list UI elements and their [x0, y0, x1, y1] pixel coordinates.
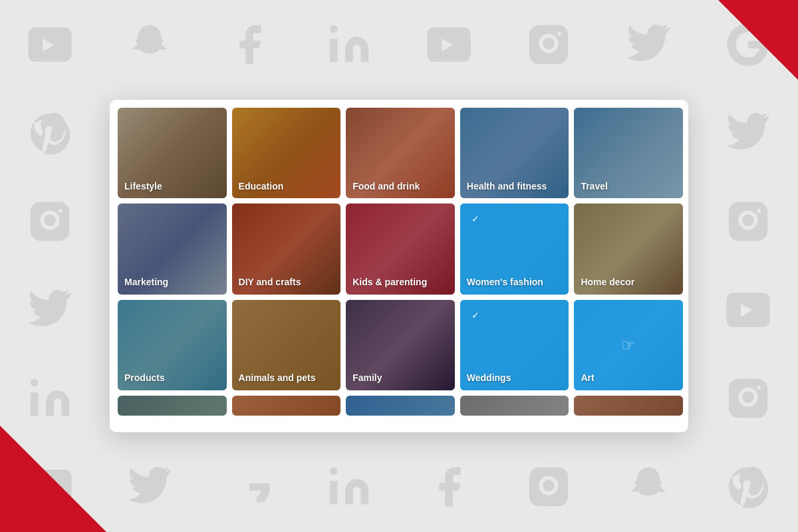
- tile-womens-checkmark: ✓: [467, 210, 484, 227]
- tile-marketing-label: Marketing: [124, 277, 168, 288]
- tile-kids-label: Kids & parenting: [352, 277, 427, 288]
- bg-instagram-icon-6: [519, 457, 579, 517]
- tile-marketing[interactable]: Marketing: [118, 203, 227, 294]
- bg-twitter-icon-1: [618, 15, 678, 74]
- tile-row4-1-overlay: [118, 396, 227, 416]
- svg-rect-14: [729, 378, 767, 417]
- tile-diy-label: DIY and crafts: [239, 277, 301, 288]
- cursor-icon: ☞: [621, 336, 636, 354]
- tile-art[interactable]: ☞ Art: [574, 300, 683, 390]
- tile-health[interactable]: Health and fitness: [460, 108, 569, 198]
- tile-row4-4-overlay: [460, 396, 569, 416]
- tile-weddings-checkmark: ✓: [467, 307, 484, 324]
- tile-travel-label: Travel: [581, 181, 607, 192]
- tile-travel[interactable]: Travel: [574, 108, 683, 198]
- svg-rect-17: [529, 467, 568, 505]
- bg-twitter-icon-3: [20, 280, 80, 340]
- tile-weddings[interactable]: ✓ Weddings: [460, 300, 569, 390]
- bg-snapchat-icon-1: [120, 15, 180, 74]
- bg-snapchat-icon-5: [618, 457, 678, 517]
- tile-womens[interactable]: ✓ Women's fashion: [460, 203, 569, 294]
- bg-instagram-icon-2: [20, 192, 80, 251]
- tile-weddings-label: Weddings: [467, 372, 511, 384]
- bg-facebook-icon-1: [219, 15, 279, 74]
- tile-homedecor-label: Home decor: [581, 277, 634, 288]
- tile-education-label: Education: [239, 181, 284, 192]
- bg-instagram-icon-3: [718, 192, 778, 251]
- tile-lifestyle[interactable]: Lifestyle: [118, 108, 227, 198]
- categories-scroll-area[interactable]: Lifestyle Education Food and drink Healt…: [110, 100, 688, 432]
- tile-row4-5-overlay: [574, 396, 683, 416]
- svg-point-2: [557, 32, 561, 36]
- tile-row4-1[interactable]: [118, 396, 227, 416]
- svg-point-13: [31, 378, 39, 386]
- tile-row4-2-overlay: [232, 396, 341, 416]
- tile-education[interactable]: Education: [232, 108, 341, 198]
- tile-homedecor[interactable]: Home decor: [574, 203, 683, 294]
- bg-pinterest-icon-5: [718, 457, 778, 517]
- bg-youtube-icon-7: [718, 280, 778, 340]
- bg-linkedin-icon-6: [20, 368, 80, 428]
- tile-animals-label: Animals and pets: [239, 372, 316, 384]
- tile-animals[interactable]: Animals and pets: [232, 300, 341, 390]
- tile-diy[interactable]: DIY and crafts: [232, 203, 341, 294]
- tile-products[interactable]: Products: [118, 300, 227, 390]
- svg-point-0: [330, 25, 338, 33]
- bg-google-icon-6: [219, 457, 279, 517]
- bg-instagram-icon-1: [519, 15, 579, 74]
- tile-health-label: Health and fitness: [467, 181, 547, 192]
- bg-youtube-icon: [20, 15, 80, 74]
- tile-food-label: Food and drink: [352, 181, 420, 192]
- tile-lifestyle-label: Lifestyle: [124, 181, 162, 192]
- categories-grid: Lifestyle Education Food and drink Healt…: [118, 108, 683, 416]
- bg-instagram-icon-5: [718, 368, 778, 428]
- bg-pinterest-icon-1: [20, 103, 80, 163]
- bg-facebook-icon-5: [419, 457, 479, 517]
- bg-linkedin-icon-1: [319, 15, 379, 74]
- svg-rect-1: [529, 25, 568, 63]
- tile-family[interactable]: Family: [346, 300, 455, 390]
- tile-womens-label: Women's fashion: [467, 277, 543, 288]
- tile-row4-5[interactable]: [574, 396, 683, 416]
- bg-linkedin-icon-7: [319, 457, 379, 517]
- bg-twitter-icon-5: [120, 457, 180, 517]
- svg-point-15: [757, 386, 761, 390]
- category-picker-card: Lifestyle Education Food and drink Healt…: [110, 100, 688, 432]
- tile-art-label: Art: [581, 372, 594, 384]
- svg-point-6: [59, 209, 63, 213]
- svg-point-16: [330, 467, 338, 475]
- tile-products-label: Products: [124, 372, 165, 384]
- svg-rect-5: [31, 201, 69, 240]
- tile-row4-3-overlay: [346, 396, 455, 416]
- tile-family-label: Family: [352, 372, 382, 384]
- tile-row4-3[interactable]: [346, 396, 455, 416]
- tile-food[interactable]: Food and drink: [346, 108, 455, 198]
- tile-kids[interactable]: Kids & parenting: [346, 203, 455, 294]
- svg-rect-8: [729, 201, 767, 240]
- tile-row4-2[interactable]: [232, 396, 341, 416]
- svg-point-9: [757, 209, 761, 213]
- bg-twitter-icon-2: [718, 103, 778, 163]
- tile-row4-4[interactable]: [460, 396, 569, 416]
- bg-youtube-icon-2: [419, 15, 479, 74]
